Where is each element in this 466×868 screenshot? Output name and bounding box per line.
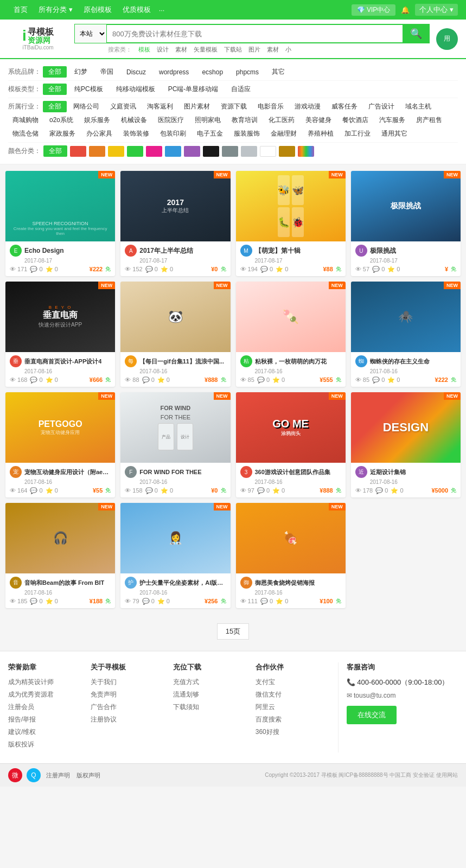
- brand-phpcms[interactable]: phpcms: [231, 67, 264, 77]
- footer-about-1[interactable]: 关于我们: [91, 678, 165, 687]
- site-select[interactable]: 本站: [74, 24, 107, 43]
- footer-partner-2[interactable]: 微信支付: [256, 690, 330, 699]
- footer-partner-1[interactable]: 支付宝: [256, 678, 330, 687]
- footer-link-3[interactable]: 注册会员: [8, 703, 82, 712]
- footer-partner-3[interactable]: 阿里云: [256, 703, 330, 712]
- color-gradient[interactable]: [298, 146, 314, 157]
- card-7[interactable]: 🍡 NEW 粘 粘秋裸，一枚萌萌的肉万花 2017-08-16 👁 85 💬 0…: [236, 282, 346, 387]
- card-6[interactable]: 🐼 NEW 每 【每日一gif台集11】流浪中国... 2017-08-16 👁…: [120, 282, 230, 387]
- card-4[interactable]: 极限挑战 NEW U 极限挑战 2017-08-17 👁 57 💬 0 ⭐ 0 …: [351, 171, 461, 276]
- ind-beauty[interactable]: 美容健身: [301, 114, 336, 126]
- vip-center[interactable]: 💎 VIP中心: [352, 4, 396, 16]
- ind-breed[interactable]: 养殖种植: [303, 128, 338, 139]
- footer-about-4[interactable]: 注册协议: [91, 715, 165, 724]
- brand-diguo[interactable]: 帝国: [95, 66, 119, 78]
- nav-home[interactable]: 首页: [8, 5, 33, 15]
- register-declaration[interactable]: 注册声明: [46, 771, 70, 780]
- ind-web[interactable]: 网络公司: [69, 101, 104, 112]
- weibo-icon[interactable]: 微: [8, 768, 22, 782]
- copyright-declaration[interactable]: 版权声明: [76, 771, 100, 780]
- color-gray[interactable]: [241, 146, 257, 157]
- qq-icon[interactable]: Q: [27, 768, 41, 782]
- nav-premium[interactable]: 优质模板: [117, 5, 156, 15]
- card-14[interactable]: 👩‍⚕️ NEW 护 护士矢量平化坐姿素材，AI版文件 2017-08-16 👁…: [120, 503, 230, 608]
- footer-link-5[interactable]: 建议/维权: [8, 727, 82, 737]
- card-13[interactable]: 🎧 NEW 音 音响和Beam的故事 From BIT 2017-08-16 👁…: [5, 503, 115, 608]
- color-pink[interactable]: [146, 146, 162, 157]
- card-11[interactable]: GO ME 涂鸦街头 NEW 3 360游戏设计创意团队作品集 2017-08-…: [236, 392, 346, 497]
- ind-mach[interactable]: 机械设备: [117, 114, 151, 126]
- card-2[interactable]: 2017 上半年总结 NEW A 2017年上半年总结 2017-08-17 👁…: [120, 171, 230, 276]
- type-pc[interactable]: 纯PC模板: [69, 84, 108, 95]
- type-adaptive[interactable]: 自适应: [226, 84, 256, 95]
- ind-dl[interactable]: 资源下载: [216, 101, 251, 112]
- brand-wordpress[interactable]: wordpress: [154, 67, 194, 77]
- footer-dl-3[interactable]: 下载须知: [173, 703, 247, 712]
- footer-link-6[interactable]: 版权投诉: [8, 740, 82, 749]
- ind-finance[interactable]: 金融理财: [266, 128, 301, 139]
- ind-cloth[interactable]: 服装服饰: [229, 128, 264, 139]
- search-input[interactable]: [107, 24, 403, 43]
- type-pc-mobile[interactable]: PC端-单显移动端: [163, 84, 224, 95]
- ind-car[interactable]: 汽车服务: [375, 114, 410, 126]
- card-1[interactable]: SPEECH RECOGNITION Create the song you w…: [5, 171, 115, 276]
- ind-edu[interactable]: 教育培训: [227, 114, 262, 126]
- color-blue[interactable]: [165, 146, 181, 157]
- footer-about-2[interactable]: 免责声明: [91, 690, 165, 699]
- ind-process[interactable]: 加工行业: [340, 128, 375, 139]
- footer-link-2[interactable]: 成为优秀资源君: [8, 690, 82, 699]
- nav-categories[interactable]: 所有分类 ▾: [33, 5, 78, 15]
- brand-ecshop[interactable]: ecshop: [196, 67, 228, 77]
- tag-source[interactable]: 素材: [267, 46, 279, 54]
- ind-office[interactable]: 办公家具: [82, 128, 117, 139]
- nav-original[interactable]: 原创模板: [78, 5, 117, 15]
- ind-chem[interactable]: 化工医药: [264, 114, 299, 126]
- ind-mall[interactable]: 商城购物: [8, 114, 43, 126]
- ind-logistics[interactable]: 物流仓储: [8, 128, 43, 139]
- card-5[interactable]: B E Y O 垂直电商 快速分析设计APP NEW 垂 垂直电商首页设计-AP…: [5, 282, 115, 387]
- ind-med[interactable]: 医院医疗: [154, 114, 188, 126]
- ind-elec[interactable]: 电子五金: [193, 128, 227, 139]
- user-center[interactable]: 个人中心 ▾: [415, 4, 458, 16]
- color-dark-gray[interactable]: [222, 146, 238, 157]
- footer-about-3[interactable]: 广告合作: [91, 703, 165, 712]
- footer-link-4[interactable]: 报告/举报: [8, 715, 82, 724]
- tag-image[interactable]: 图片: [248, 46, 260, 54]
- brand-other[interactable]: 其它: [266, 66, 290, 78]
- color-green[interactable]: [127, 146, 143, 157]
- footer-link-1[interactable]: 成为精英设计师: [8, 678, 82, 687]
- tag-design[interactable]: 设计: [157, 46, 169, 54]
- tag-download[interactable]: 下载站: [224, 46, 242, 54]
- card-12[interactable]: DESIGN NEW 近 近期设计集锦 2017-08-16 👁 178 💬 0…: [351, 392, 461, 497]
- color-black[interactable]: [203, 146, 219, 157]
- card-8[interactable]: 🕷️ NEW 蜘 蜘蛛侠的存在主义生命 2017-08-16 👁 85 💬 0 …: [351, 282, 461, 387]
- card-3[interactable]: 🐝 🦋 🐛 🐞 NEW M 【萌宠】第十辑 2017-08-17 👁 194 💬…: [236, 171, 346, 276]
- color-purple[interactable]: [184, 146, 200, 157]
- color-red[interactable]: [70, 146, 86, 157]
- footer-dl-2[interactable]: 流通划够: [173, 690, 247, 699]
- color-brown[interactable]: [279, 146, 295, 157]
- ind-food[interactable]: 餐饮酒店: [338, 114, 373, 126]
- ind-domain[interactable]: 域名主机: [401, 101, 436, 112]
- ind-shop[interactable]: 淘客返利: [143, 101, 177, 112]
- ind-o2o[interactable]: o2o系统: [45, 114, 78, 126]
- footer-partner-5[interactable]: 360好搜: [256, 727, 330, 737]
- messages[interactable]: 🔔: [401, 6, 410, 14]
- tag-vector[interactable]: 矢量模板: [194, 46, 218, 54]
- type-all[interactable]: 全部: [43, 84, 67, 95]
- industry-all[interactable]: 全部: [43, 101, 67, 112]
- ind-ad[interactable]: 广告设计: [364, 101, 399, 112]
- color-yellow[interactable]: [108, 146, 124, 157]
- brand-all[interactable]: 全部: [43, 66, 67, 78]
- ind-game[interactable]: 游戏动漫: [290, 101, 325, 112]
- brand-huanmeng[interactable]: 幻梦: [69, 66, 93, 78]
- ind-movie[interactable]: 电影音乐: [253, 101, 288, 112]
- ind-ent[interactable]: 娱乐服务: [80, 114, 114, 126]
- ind-decor[interactable]: 装饰装修: [119, 128, 154, 139]
- ind-general[interactable]: 通用其它: [377, 128, 412, 139]
- ind-house[interactable]: 房产租售: [412, 114, 446, 126]
- color-orange[interactable]: [89, 146, 105, 157]
- tag-material[interactable]: 素材: [175, 46, 187, 54]
- ind-house2[interactable]: 家政服务: [45, 128, 80, 139]
- brand-discuz[interactable]: Discuz: [121, 67, 151, 77]
